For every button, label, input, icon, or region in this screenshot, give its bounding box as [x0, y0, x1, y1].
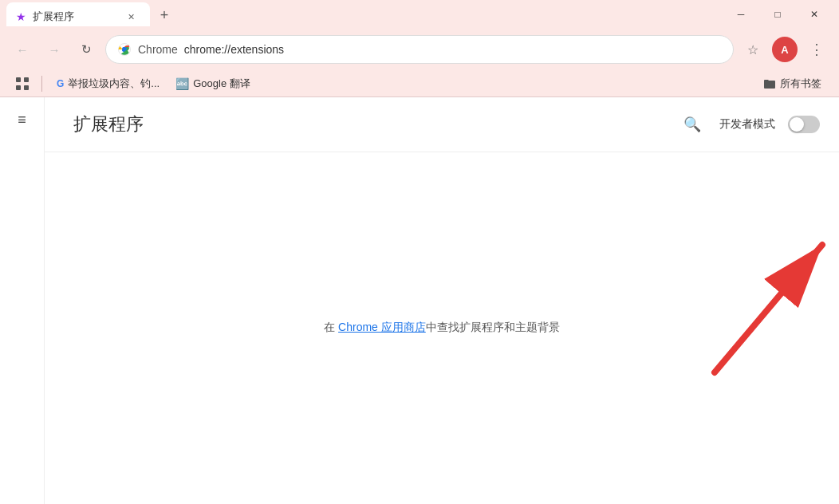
sidebar-menu-button[interactable]: ≡	[6, 104, 38, 136]
address-bar[interactable]: Chrome chrome://extensions	[105, 35, 734, 64]
bookmark-item-report[interactable]: G 举报垃圾内容、钓...	[50, 73, 166, 94]
sidebar: ≡	[0, 97, 45, 504]
forward-button[interactable]: →	[41, 37, 67, 62]
tab-label: 扩展程序	[33, 10, 74, 24]
empty-state: 在 Chrome 应用商店中查找扩展程序和主题背景	[45, 152, 839, 503]
refresh-button[interactable]: ↻	[73, 37, 99, 62]
new-tab-icon: +	[160, 7, 169, 24]
window-controls: ─ □ ✕	[723, 0, 833, 29]
forward-icon: →	[49, 43, 61, 57]
svg-rect-3	[16, 77, 21, 82]
empty-prefix: 在	[324, 321, 338, 333]
page-header: 扩展程序 🔍 开发者模式	[45, 97, 839, 152]
folder-icon	[763, 78, 776, 89]
page-title: 扩展程序	[73, 112, 144, 136]
svg-rect-5	[16, 85, 21, 90]
refresh-icon: ↻	[81, 42, 92, 57]
bookmark-translate-icon: 🔤	[175, 77, 189, 90]
title-bar-left: ★ 扩展程序 ✕ +	[6, 2, 723, 26]
bookmark-g-icon: G	[57, 78, 64, 89]
tab-close-icon: ✕	[128, 12, 135, 22]
bookmark-translate-label: Google 翻译	[193, 77, 250, 91]
bookmark-star-button[interactable]: ☆	[740, 37, 766, 62]
all-bookmarks-button[interactable]: 所有书签	[757, 73, 828, 94]
chrome-logo-icon	[117, 42, 132, 57]
active-tab[interactable]: ★ 扩展程序 ✕	[6, 2, 150, 26]
svg-rect-6	[24, 85, 29, 90]
chrome-label: Chrome	[138, 43, 178, 56]
address-text: chrome://extensions	[184, 43, 722, 56]
minimize-button[interactable]: ─	[723, 0, 759, 29]
tab-favicon-icon: ★	[16, 10, 26, 23]
profile-letter: A	[781, 44, 788, 56]
maximize-icon: □	[774, 9, 780, 20]
svg-rect-4	[24, 77, 29, 82]
new-tab-button[interactable]: +	[153, 4, 175, 26]
empty-state-text: 在 Chrome 应用商店中查找扩展程序和主题背景	[324, 321, 560, 335]
close-button[interactable]: ✕	[796, 0, 833, 29]
hamburger-menu-icon: ≡	[18, 112, 26, 128]
maximize-button[interactable]: □	[759, 0, 796, 29]
tab-container: ★ 扩展程序 ✕ +	[6, 2, 175, 26]
bookmarks-bar: G 举报垃圾内容、钓... 🔤 Google 翻译 所有书签	[0, 70, 839, 97]
chrome-menu-icon: ⋮	[809, 41, 824, 58]
search-button[interactable]: 🔍	[678, 110, 707, 139]
main-content: ≡ 扩展程序 🔍 开发者模式 在 Chrome 应用商店中查找扩展程序和主题背景	[0, 97, 839, 504]
back-button[interactable]: ←	[10, 37, 35, 62]
bookmark-divider	[41, 76, 42, 92]
empty-suffix: 中查找扩展程序和主题背景	[426, 321, 560, 333]
bookmark-item-translate[interactable]: 🔤 Google 翻译	[169, 73, 257, 94]
chrome-menu-button[interactable]: ⋮	[804, 37, 829, 62]
profile-button[interactable]: A	[772, 37, 798, 62]
search-icon: 🔍	[683, 116, 701, 133]
dev-mode-label: 开发者模式	[719, 117, 775, 132]
minimize-icon: ─	[738, 9, 745, 20]
apps-grid-icon	[16, 77, 29, 90]
star-icon: ☆	[747, 42, 758, 57]
all-bookmarks-label: 所有书签	[780, 77, 821, 91]
bookmark-report-label: 举报垃圾内容、钓...	[68, 77, 160, 91]
apps-button[interactable]	[11, 73, 33, 95]
content-area: 扩展程序 🔍 开发者模式 在 Chrome 应用商店中查找扩展程序和主题背景	[45, 97, 839, 504]
close-icon: ✕	[810, 9, 818, 20]
developer-mode-toggle[interactable]	[788, 116, 820, 133]
back-icon: ←	[17, 43, 29, 57]
tab-close-button[interactable]: ✕	[124, 10, 137, 23]
header-actions: 🔍 开发者模式	[678, 110, 820, 139]
chrome-store-link[interactable]: Chrome 应用商店	[338, 321, 426, 333]
bookmarks-right: 所有书签	[757, 73, 828, 94]
nav-bar: ← → ↻ Chrome chrome://extensions ☆ A ⋮	[0, 29, 839, 70]
toggle-knob	[790, 117, 804, 132]
title-bar: ★ 扩展程序 ✕ + ─ □ ✕	[0, 0, 839, 29]
